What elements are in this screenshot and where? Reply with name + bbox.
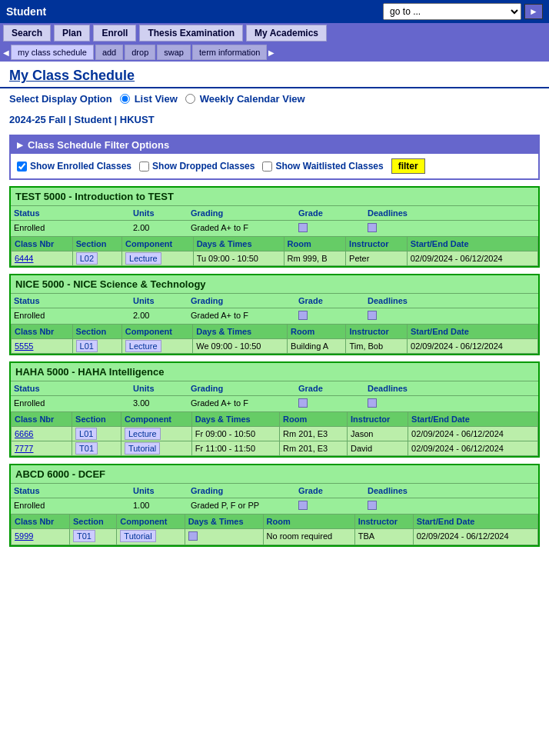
sh-grade-3: Grade [295,484,364,498]
grade-val-3 [295,498,364,514]
th-days_times-2: Days & Times [191,412,279,427]
app-title: Student [6,5,46,18]
section-2-1: T01 [72,441,121,456]
weekly-view-radio[interactable] [185,94,195,104]
sh-grading-2: Grading [188,381,295,395]
list-view-radio[interactable] [120,94,130,104]
days-times-0-0: Tu 09:00 - 10:50 [193,251,284,266]
show-dropped-label[interactable]: Show Dropped Classes [139,161,255,172]
th-room-3: Room [263,515,354,529]
deadlines-icon-1[interactable] [368,311,377,320]
goto-select[interactable]: go to ... My Class Schedule My Academics… [383,3,521,20]
th-start_end-2: Start/End Date [408,412,538,427]
grade-icon-2[interactable] [298,398,308,408]
th-component-1: Component [121,325,192,339]
class-table-2: Class NbrSectionComponentDays & TimesRoo… [11,411,538,456]
days-times-1-0: We 09:00 - 10:50 [193,339,288,354]
status-data-row-0: Enrolled2.00Graded A+ to F [11,220,538,236]
class-table-0: Class NbrSectionComponentDays & TimesRoo… [11,236,538,266]
deadlines-icon-3[interactable] [368,501,377,510]
status-val-0: Enrolled [11,221,130,236]
section-3-0: T01 [70,529,117,545]
tab-term-information[interactable]: term information [192,45,267,60]
sh-units-3: Units [130,484,188,498]
th-days_times-3: Days & Times [185,515,263,529]
deadlines-val-2 [364,396,441,411]
tab-add[interactable]: add [95,45,123,60]
instructor-3-0: TBA [354,529,413,545]
show-enrolled-label[interactable]: Show Enrolled Classes [17,161,131,172]
days-times-2-0: Fr 09:00 - 10:50 [191,427,279,441]
class-nbr-0-0[interactable]: 6444 [12,251,73,266]
semester-info: 2024-25 Fall | Student | HKUST [0,109,549,130]
deadlines-icon-2[interactable] [368,398,377,408]
th-class_nbr-3: Class Nbr [12,515,70,529]
room-0-0: Rm 999, B [284,251,346,266]
grade-val-1 [295,308,364,324]
th-days_times-1: Days & Times [193,325,288,339]
tab-drop[interactable]: drop [125,45,155,60]
th-section-2: Section [72,412,121,427]
grading-val-1: Graded A+ to F [188,308,295,324]
th-component-0: Component [122,237,194,251]
th-section-1: Section [72,325,121,339]
sh-units-1: Units [130,294,188,308]
sh-status-2: Status [11,381,130,395]
nav-academics-button[interactable]: My Academics [246,25,327,42]
instructor-0-0: Peter [346,251,408,266]
filter-header-label: Class Schedule Filter Options [28,139,169,151]
list-view-option[interactable]: List View [120,93,178,105]
instructor-1-0: Tim, Bob [346,339,408,354]
sh-grading-0: Grading [188,206,295,220]
show-waitlisted-checkbox[interactable] [262,162,272,172]
class-table-1: Class NbrSectionComponentDays & TimesRoo… [11,324,538,354]
tab-my-class-schedule[interactable]: my class schedule [11,45,94,60]
grade-icon-1[interactable] [298,311,308,320]
room-2-1: Rm 201, E3 [280,441,348,456]
nav-thesis-button[interactable]: Thesis Examination [139,25,243,42]
th-class_nbr-2: Class Nbr [12,412,72,427]
grade-icon-0[interactable] [298,223,308,232]
deadlines-val-1 [364,308,441,324]
room-3-0: No room required [263,529,354,545]
goto-button[interactable]: ► [524,4,543,19]
status-header-row-2: StatusUnitsGradingGradeDeadlines [11,381,538,395]
th-class_nbr-1: Class Nbr [12,325,73,339]
th-room-0: Room [284,237,346,251]
sh-grade-2: Grade [295,381,364,395]
days-times-3-0 [185,529,263,545]
weekly-view-option[interactable]: Weekly Calendar View [185,93,305,105]
class-nbr-1-0[interactable]: 5555 [12,339,73,354]
list-view-label: List View [135,93,178,105]
filter-button[interactable]: filter [391,158,425,174]
table-row-3-0: 5999T01TutorialNo room requiredTBA02/09/… [12,529,538,545]
class-nbr-3-0[interactable]: 5999 [12,529,70,545]
nav-plan-button[interactable]: Plan [54,25,90,42]
sh-deadlines-0: Deadlines [364,206,441,220]
instructor-2-0: Jason [348,427,408,441]
component-0-0: Lecture [122,251,194,266]
th-start_end-3: Start/End Date [413,515,537,529]
nav-enroll-button[interactable]: Enroll [93,25,136,42]
course-title-3: ABCD 6000 - DCEF [11,465,538,483]
class-nbr-2-0[interactable]: 6666 [12,427,72,441]
nav-row-2: ◀ my class schedule add drop swap term i… [0,43,549,62]
grading-val-2: Graded A+ to F [188,396,295,411]
show-waitlisted-label[interactable]: Show Waitlisted Classes [262,161,383,172]
status-val-3: Enrolled [11,498,130,514]
class-nbr-2-1[interactable]: 7777 [12,441,72,456]
table-row-2-0: 6666L01LectureFr 09:00 - 10:50Rm 201, E3… [12,427,538,441]
table-row-1-0: 5555L01LectureWe 09:00 - 10:50Building A… [12,339,538,354]
th-start_end-1: Start/End Date [408,325,538,339]
days-times-icon-3-0[interactable] [188,531,198,541]
status-data-row-3: Enrolled1.00Graded P, F or PP [11,498,538,514]
deadlines-icon-0[interactable] [368,223,377,232]
sh-grading-3: Grading [188,484,295,498]
sh-status-3: Status [11,484,130,498]
show-enrolled-checkbox[interactable] [17,162,27,172]
nav-search-button[interactable]: Search [3,25,51,42]
grade-icon-3[interactable] [298,501,308,510]
status-header-row-3: StatusUnitsGradingGradeDeadlines [11,483,538,498]
tab-swap[interactable]: swap [157,45,191,60]
show-dropped-checkbox[interactable] [139,162,149,172]
